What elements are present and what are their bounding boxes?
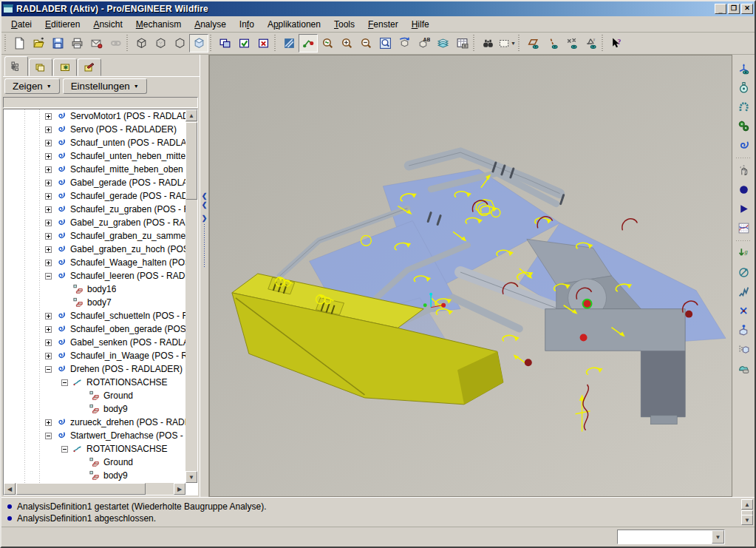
tree-item[interactable]: Gabel_graben_zu_hoch (POS - RADLADER) [4,243,185,256]
expand-icon[interactable] [45,113,52,120]
force-torque-icon[interactable] [734,302,753,320]
expand-icon[interactable] [45,180,52,186]
menu-applikationen[interactable]: Applikationen [261,18,327,31]
tree-hscroll-thumb[interactable] [16,483,146,495]
expand-icon[interactable] [45,313,52,319]
window-close-icon[interactable] [253,34,273,53]
mass-icon[interactable] [734,78,753,97]
mechanism-display-icon[interactable] [734,59,753,78]
tree-item[interactable]: body9 [4,402,185,416]
hidden-line-icon[interactable] [151,34,170,53]
message-scrollbar[interactable]: ▲ ▼ [741,499,753,525]
save-file-icon[interactable] [48,34,67,53]
gears-icon[interactable] [734,117,753,135]
spin-center-icon[interactable] [299,34,318,53]
gravity-icon[interactable]: g [734,244,753,263]
menu-hilfe[interactable]: Hilfe [405,18,436,31]
tree-item[interactable]: ROTATIONSACHSE [4,442,185,456]
close-button[interactable]: ✕ [741,4,753,14]
expand-icon[interactable] [45,206,52,213]
expand-icon[interactable] [45,126,52,133]
favorites-tab[interactable]: ✱ [53,58,77,76]
toolbar-grip[interactable] [602,35,605,53]
expand-icon[interactable] [45,140,52,146]
expand-icon[interactable] [45,233,52,240]
tree-item[interactable]: body9 [4,469,185,482]
tree-item[interactable]: Schaufel_zu_graben (POS - RADLADER) [4,203,185,216]
collapse-icon[interactable] [61,446,68,453]
tree-item[interactable]: Startwert_Drehachse (POS - RADLADER) [4,429,185,442]
tree-item[interactable]: Gabel_gerade (POS - RADLADER) [4,176,185,189]
toolbar-grip[interactable] [518,35,522,53]
spring-icon[interactable] [734,283,753,301]
drag-components-icon[interactable] [734,161,753,180]
model-tree-columns-icon[interactable] [452,34,471,53]
reorient-view-icon[interactable] [395,34,414,53]
einstellungen-dropdown-button[interactable]: Einstellungen▼ [63,78,147,94]
datum-csys-icon[interactable]: y [581,34,600,53]
layers-icon[interactable] [433,34,452,53]
sash-expand-icon[interactable]: ❯ [202,214,208,223]
collapse-icon[interactable] [45,273,52,280]
scroll-down-icon[interactable]: ▼ [185,471,197,483]
play-icon[interactable] [734,200,753,218]
toolbar-grip[interactable] [473,35,477,53]
sash-collapse-icon[interactable]: ❮ [202,192,208,200]
tree-item[interactable]: Schaufel_schuetteln (POS - RADLADER) [4,309,185,322]
expand-icon[interactable] [45,326,52,333]
tree-item[interactable]: Schaufel_mitte_heben_oben (POS - RADLADE… [4,163,185,176]
print-icon[interactable] [67,34,86,53]
find-icon[interactable] [478,34,497,53]
utilities-tab[interactable] [78,58,101,76]
tree-item[interactable]: Drehen (POS - RADLADER) [4,362,185,376]
expand-icon[interactable] [45,153,52,160]
expand-icon[interactable] [45,166,52,173]
sash-collapse-icon[interactable]: ❮ [202,200,208,209]
menu-tools[interactable]: Tools [327,18,361,31]
initial-conditions-icon[interactable] [734,340,753,359]
tree-item[interactable]: Gabel_senken (POS - RADLADER) [4,336,185,349]
measure-graph-icon[interactable] [734,219,753,237]
collapse-icon[interactable] [45,433,52,439]
graphics-viewport[interactable] [209,55,732,497]
zoom-out-icon[interactable] [356,34,375,53]
damper-icon[interactable] [734,263,753,282]
repaint-icon[interactable] [279,34,299,53]
tree-item[interactable]: Schaufel_in_Waage (POS - RADLADER) [4,349,185,362]
expand-icon[interactable] [45,246,52,253]
scroll-up-icon[interactable]: ▲ [185,109,197,121]
tree-item[interactable]: zurueck_drehen (POS - RADLADER) [4,416,185,429]
tree-item[interactable]: Ground [4,389,185,402]
expand-icon[interactable] [45,193,52,200]
context-help-icon[interactable]: ? [607,34,626,53]
datum-planes-icon[interactable] [523,34,542,53]
zeigen-dropdown-button[interactable]: Zeigen▼ [4,78,60,94]
menu-analyse[interactable]: Analyse [188,18,233,31]
window-new-icon[interactable] [215,34,234,53]
expand-icon[interactable] [45,260,52,266]
servo-motors-icon[interactable] [734,136,753,155]
toolbar-grip[interactable] [274,35,278,53]
rename-icon[interactable]: AB [414,34,433,53]
layer-tree-tab[interactable] [29,58,52,76]
tree-item[interactable]: Ground [4,456,185,469]
expand-icon[interactable] [45,353,52,359]
no-hidden-icon[interactable] [170,34,189,53]
tree-item[interactable]: Schaufel_leeren (POS - RADLADER) [4,269,185,283]
scroll-up-icon[interactable]: ▲ [741,499,753,510]
collapse-icon[interactable] [45,366,52,373]
scroll-down-icon[interactable]: ▼ [741,515,753,525]
body-anchor-icon[interactable] [734,321,753,339]
tree-item[interactable]: body16 [4,283,185,296]
tree-item[interactable]: ServoMotor1 (POS - RADLADER) [4,109,185,123]
wireframe-icon[interactable] [132,34,151,53]
orient-mode-icon[interactable] [318,34,337,53]
record-icon[interactable] [734,180,753,199]
collapse-icon[interactable] [61,379,68,386]
sash-handle[interactable] [204,224,205,268]
model-tree-tab[interactable] [4,56,28,76]
toolbar-grip[interactable] [126,35,130,53]
tree-item[interactable]: Schaufel_Waage_halten (POS - RADLADER) [4,256,185,269]
expand-icon[interactable] [45,220,52,226]
panel-sash[interactable]: ❮ ❮ ❯ [200,55,209,497]
